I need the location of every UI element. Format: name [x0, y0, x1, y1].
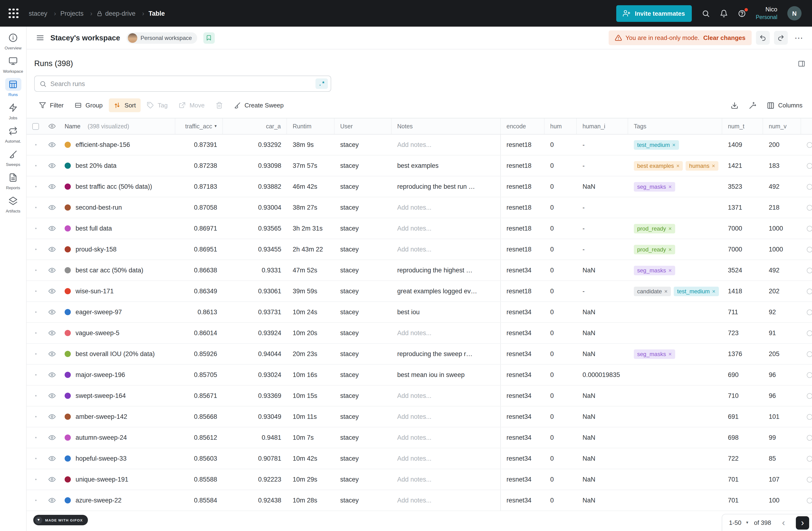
breadcrumb-user[interactable]: stacey	[29, 10, 60, 17]
table-row[interactable]: swept-sweep-164 0.85671 0.93369 10m 15s …	[27, 386, 812, 406]
column-header-notes[interactable]: Notes	[392, 118, 501, 134]
breadcrumb-table[interactable]: Table	[148, 10, 167, 17]
cell-notes[interactable]: best examples	[392, 156, 501, 176]
drag-handle[interactable]	[35, 395, 37, 397]
run-name-cell[interactable]: proud-sky-158	[59, 239, 175, 260]
cell-notes[interactable]: Add notes...	[392, 218, 501, 239]
run-name-cell[interactable]: hopeful-sweep-33	[59, 448, 175, 469]
visibility-eye-icon[interactable]	[48, 183, 55, 190]
tag-remove-icon[interactable]: ×	[712, 162, 715, 169]
tag-remove-icon[interactable]: ×	[668, 350, 671, 357]
sidebar-item-jobs[interactable]: Jobs	[0, 101, 26, 120]
column-header-traffic-acc[interactable]: traffic_acc▾	[175, 118, 223, 134]
saved-view-button[interactable]	[203, 32, 215, 43]
panel-toggle-icon[interactable]	[798, 60, 806, 67]
drag-handle[interactable]	[35, 479, 37, 480]
tag-remove-icon[interactable]: ×	[668, 246, 671, 253]
sidebar-item-runs[interactable]: Runs	[0, 78, 26, 97]
run-name-cell[interactable]: best overall IOU (20% data)	[59, 344, 175, 364]
visibility-eye-icon[interactable]	[48, 267, 55, 274]
drag-handle[interactable]	[35, 186, 37, 187]
table-row[interactable]: proud-sky-158 0.86951 0.93455 2h 43m 22 …	[27, 239, 812, 260]
visibility-eye-icon[interactable]	[48, 329, 55, 336]
drag-handle[interactable]	[35, 500, 37, 501]
visibility-eye-icon[interactable]	[48, 225, 55, 232]
cell-notes[interactable]: Add notes...	[392, 134, 501, 155]
drag-handle[interactable]	[35, 353, 37, 355]
cell-notes[interactable]: Add notes...	[392, 323, 501, 343]
help-button[interactable]	[738, 9, 746, 17]
column-header-num-v[interactable]: num_v	[763, 118, 801, 134]
clear-changes-link[interactable]: Clear changes	[703, 34, 745, 41]
run-name-cell[interactable]: azure-sweep-22	[59, 490, 175, 511]
cell-notes[interactable]: best iou	[392, 302, 501, 322]
tag-remove-icon[interactable]: ×	[668, 225, 671, 232]
user-avatar[interactable]: N	[787, 6, 801, 20]
drag-handle[interactable]	[35, 165, 37, 167]
table-row[interactable]: efficient-shape-156 0.87391 0.93292 38m …	[27, 134, 812, 156]
visibility-eye-icon[interactable]	[48, 392, 55, 399]
run-name-cell[interactable]: wise-sun-171	[59, 281, 175, 301]
drag-handle[interactable]	[35, 332, 37, 334]
drag-handle[interactable]	[35, 374, 37, 375]
visibility-eye-icon[interactable]	[48, 455, 55, 462]
run-name-cell[interactable]: efficient-shape-156	[59, 134, 175, 155]
tag-remove-icon[interactable]: ×	[668, 267, 671, 274]
filter-button[interactable]: Filter	[34, 98, 69, 112]
run-name-cell[interactable]: best car acc (50% data)	[59, 260, 175, 281]
delete-button[interactable]	[211, 98, 227, 112]
columns-button[interactable]: Columns	[767, 101, 802, 109]
create-sweep-button[interactable]: Create Sweep	[229, 98, 288, 112]
run-name-cell[interactable]: eager-sweep-97	[59, 302, 175, 322]
run-name-cell[interactable]: major-sweep-196	[59, 364, 175, 385]
visibility-eye-icon[interactable]	[48, 141, 55, 148]
select-all-checkbox[interactable]	[32, 123, 39, 130]
cell-notes[interactable]: Add notes...	[392, 490, 501, 511]
table-row[interactable]: major-sweep-196 0.85705 0.93024 10m 16s …	[27, 364, 812, 386]
tag-remove-icon[interactable]: ×	[664, 288, 668, 295]
run-name-cell[interactable]: second-best-run	[59, 197, 175, 218]
visibility-eye-icon[interactable]	[48, 434, 55, 441]
tag-remove-icon[interactable]: ×	[672, 141, 676, 148]
table-row[interactable]: second-best-run 0.87058 0.93004 38m 27s …	[27, 197, 812, 218]
cell-notes[interactable]: great examples logged ev…	[392, 281, 501, 301]
run-name-cell[interactable]: best traffic acc (50% data))	[59, 176, 175, 197]
drag-handle[interactable]	[35, 290, 37, 292]
run-name-cell[interactable]: vague-sweep-5	[59, 323, 175, 343]
sort-button[interactable]: Sort	[109, 98, 141, 112]
column-header-tags[interactable]: Tags	[628, 118, 722, 134]
table-row[interactable]: best overall IOU (20% data) 0.85926 0.94…	[27, 344, 812, 364]
drag-handle[interactable]	[35, 207, 37, 208]
prev-page-button[interactable]: ‹	[777, 516, 790, 529]
cell-notes[interactable]: Add notes...	[392, 427, 501, 448]
tag-remove-icon[interactable]: ×	[712, 288, 715, 295]
sidebar-item-automat[interactable]: Automat.	[0, 125, 26, 144]
drag-handle[interactable]	[35, 311, 37, 313]
drag-handle[interactable]	[35, 416, 37, 417]
visibility-eye-icon[interactable]	[48, 204, 55, 211]
table-row[interactable]: azure-sweep-22 0.85584 0.92438 10m 28s s…	[27, 490, 812, 511]
table-row[interactable]: amber-sweep-142 0.85668 0.93049 10m 11s …	[27, 406, 812, 427]
more-menu-button[interactable]: ⋯	[792, 33, 806, 42]
drag-handle[interactable]	[35, 249, 37, 250]
visibility-eye-icon[interactable]	[48, 476, 55, 483]
tag-remove-icon[interactable]: ×	[676, 162, 680, 169]
cell-notes[interactable]: Add notes...	[392, 469, 501, 490]
sidebar-item-sweeps[interactable]: Sweeps	[0, 148, 26, 167]
column-header-encoder[interactable]: encode	[501, 118, 545, 134]
breadcrumb-projects[interactable]: Projects	[60, 10, 97, 17]
table-row[interactable]: best 20% data 0.87238 0.93098 37m 57s st…	[27, 156, 812, 176]
run-name-cell[interactable]: best full data	[59, 218, 175, 239]
run-name-cell[interactable]: autumn-sweep-24	[59, 427, 175, 448]
move-button[interactable]: Move	[174, 98, 209, 112]
visibility-eye-icon[interactable]	[48, 288, 55, 295]
table-row[interactable]: eager-sweep-97 0.8613 0.93731 10m 24s st…	[27, 302, 812, 323]
visibility-eye-icon[interactable]	[48, 308, 55, 316]
cell-notes[interactable]: best mean iou in sweep	[392, 364, 501, 385]
tag-button[interactable]: Tag	[142, 98, 173, 112]
workspace-selector[interactable]: Personal workspace	[126, 32, 197, 43]
visibility-eye-icon[interactable]	[48, 350, 55, 358]
page-size-dropdown[interactable]: 1-50 ▾	[729, 519, 748, 526]
cell-notes[interactable]: reproducing the best run …	[392, 176, 501, 197]
wandb-logo-icon[interactable]	[9, 9, 18, 18]
